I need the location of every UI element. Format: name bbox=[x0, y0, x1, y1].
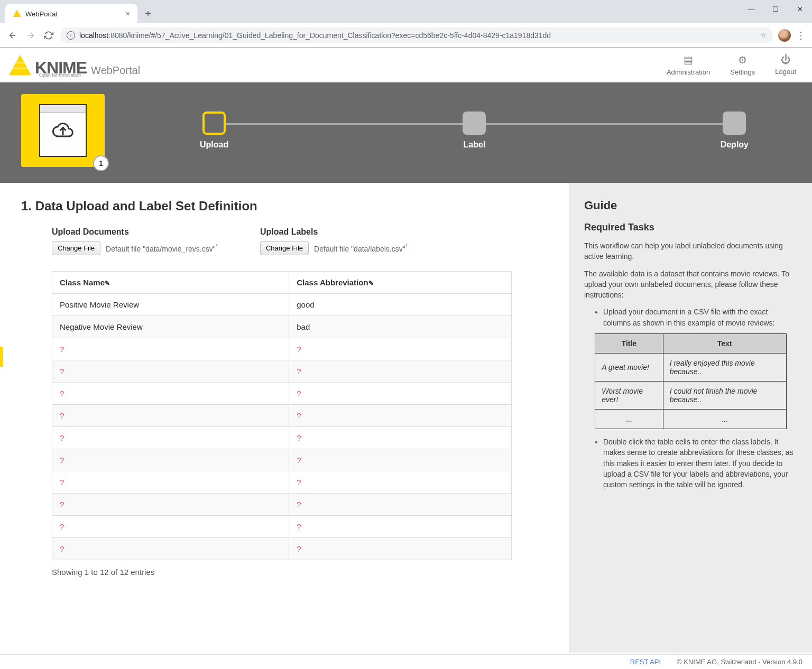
example-title-cell: ... bbox=[595, 410, 663, 429]
settings-label: Settings bbox=[730, 68, 755, 76]
guide-paragraph-1: This workflow can help you label unlabel… bbox=[584, 240, 797, 262]
example-text-cell: ... bbox=[663, 410, 786, 429]
knime-logo[interactable]: Open for Innovation KNIME WebPortal bbox=[7, 52, 140, 78]
upload-labels-change-file-button[interactable]: Change File bbox=[260, 241, 309, 255]
table-row[interactable]: ?? bbox=[52, 405, 512, 427]
url-bar[interactable]: i localhost:8080/knime/#/57_Active_Learn… bbox=[60, 27, 773, 43]
class-name-cell[interactable]: ? bbox=[52, 383, 289, 405]
stepper-bar: 1 Upload Label Deploy bbox=[0, 82, 812, 183]
table-row[interactable]: ?? bbox=[52, 494, 512, 516]
class-abbrev-cell[interactable]: ? bbox=[289, 360, 512, 383]
guide-subtitle: Required Tasks bbox=[584, 222, 797, 233]
class-name-cell[interactable]: ? bbox=[52, 338, 289, 360]
class-name-cell[interactable]: ? bbox=[52, 427, 289, 449]
example-row: ...... bbox=[595, 410, 787, 429]
site-info-icon[interactable]: i bbox=[67, 31, 75, 40]
table-row[interactable]: Negative Movie Reviewbad bbox=[52, 316, 512, 338]
upload-labels-default-file: Default file "data/labels.csv"* bbox=[314, 243, 408, 253]
bookmark-star-icon[interactable]: ☆ bbox=[760, 31, 767, 39]
example-table: Title Text A great movie!I really enjoye… bbox=[595, 333, 787, 429]
tab-title: WebPortal bbox=[25, 10, 57, 18]
window-minimize-button[interactable]: — bbox=[739, 1, 763, 17]
browser-chrome: WebPortal × + — ☐ ✕ i localhost:8080/kni… bbox=[0, 0, 812, 48]
class-name-header[interactable]: Class Name✎ bbox=[52, 272, 289, 294]
class-abbrev-cell[interactable]: ? bbox=[289, 427, 512, 449]
class-name-cell[interactable]: ? bbox=[52, 405, 289, 427]
table-row[interactable]: ?? bbox=[52, 471, 512, 494]
reload-button[interactable] bbox=[42, 29, 55, 42]
guide-list-item-1: Upload your document in a CSV file with … bbox=[603, 306, 797, 328]
class-name-cell[interactable]: ? bbox=[52, 471, 289, 494]
tab-close-icon[interactable]: × bbox=[126, 10, 130, 18]
class-abbrev-cell[interactable]: good bbox=[289, 294, 512, 316]
administration-icon: ▤ bbox=[684, 54, 693, 66]
table-row[interactable]: ?? bbox=[52, 338, 512, 360]
svg-marker-0 bbox=[13, 10, 20, 16]
rest-api-link[interactable]: REST API bbox=[630, 658, 661, 666]
example-row: A great movie!I really enjoyed this movi… bbox=[595, 354, 787, 382]
knime-logo-icon bbox=[7, 52, 33, 78]
logout-link[interactable]: ⏻ Logout bbox=[775, 54, 796, 76]
example-header-text: Text bbox=[663, 334, 786, 354]
table-row[interactable]: Positive Movie Reviewgood bbox=[52, 294, 512, 316]
upload-cloud-icon bbox=[51, 119, 75, 142]
class-name-cell[interactable]: ? bbox=[52, 516, 289, 538]
table-row[interactable]: ?? bbox=[52, 449, 512, 471]
class-name-cell[interactable]: ? bbox=[52, 360, 289, 383]
edit-icon: ✎ bbox=[368, 280, 374, 287]
class-abbrev-cell[interactable]: ? bbox=[289, 383, 512, 405]
step-deploy-box bbox=[723, 111, 746, 135]
step-upload[interactable]: Upload bbox=[200, 111, 228, 150]
workflow-step-badge: 1 bbox=[93, 155, 109, 171]
window-controls: — ☐ ✕ bbox=[739, 1, 812, 17]
step-upload-label: Upload bbox=[200, 140, 228, 150]
class-abbrev-header[interactable]: Class Abbreviation✎ bbox=[289, 272, 512, 294]
table-row[interactable]: ?? bbox=[52, 538, 512, 560]
class-abbrev-cell[interactable]: bad bbox=[289, 316, 512, 338]
class-abbrev-cell[interactable]: ? bbox=[289, 516, 512, 538]
profile-avatar[interactable] bbox=[778, 29, 791, 42]
class-table: Class Name✎ Class Abbreviation✎ Positive… bbox=[52, 271, 512, 560]
class-abbrev-cell[interactable]: ? bbox=[289, 449, 512, 471]
back-button[interactable] bbox=[6, 29, 19, 42]
class-abbrev-cell[interactable]: ? bbox=[289, 494, 512, 516]
upload-documents-change-file-button[interactable]: Change File bbox=[52, 241, 100, 255]
class-name-cell[interactable]: Positive Movie Review bbox=[52, 294, 289, 316]
logout-label: Logout bbox=[775, 68, 796, 76]
window-maximize-button[interactable]: ☐ bbox=[763, 1, 788, 17]
knime-favicon-icon bbox=[13, 10, 21, 18]
window-close-button[interactable]: ✕ bbox=[788, 1, 812, 17]
new-tab-button[interactable]: + bbox=[141, 6, 155, 21]
class-abbrev-cell[interactable]: ? bbox=[289, 405, 512, 427]
step-label[interactable]: Label bbox=[463, 111, 486, 150]
workflow-thumbnail[interactable]: 1 bbox=[21, 94, 105, 167]
settings-link[interactable]: ⚙ Settings bbox=[730, 54, 755, 76]
class-abbrev-cell[interactable]: ? bbox=[289, 538, 512, 560]
browser-tab[interactable]: WebPortal × bbox=[5, 4, 137, 23]
class-name-cell[interactable]: ? bbox=[52, 449, 289, 471]
example-row: Worst movie ever!I could not finish the … bbox=[595, 382, 787, 410]
class-name-cell[interactable]: ? bbox=[52, 538, 289, 560]
class-abbrev-cell[interactable]: ? bbox=[289, 338, 512, 360]
chrome-menu-icon[interactable]: ⋮ bbox=[796, 30, 806, 41]
table-row[interactable]: ?? bbox=[52, 383, 512, 405]
guide-title: Guide bbox=[584, 199, 797, 212]
tab-bar: WebPortal × + — ☐ ✕ bbox=[0, 0, 812, 23]
upload-documents-block: Upload Documents Change File Default fil… bbox=[52, 227, 218, 255]
guide-list-item-2: Double click the table cells to enter th… bbox=[603, 436, 797, 490]
guide-paragraph-2: The available data is a dataset that con… bbox=[584, 268, 797, 301]
example-text-cell: I really enjoyed this movie because.. bbox=[663, 354, 786, 382]
table-row[interactable]: ?? bbox=[52, 516, 512, 538]
administration-label: Administration bbox=[667, 68, 710, 76]
class-abbrev-cell[interactable]: ? bbox=[289, 471, 512, 494]
step-label-box bbox=[463, 111, 486, 135]
upload-documents-heading: Upload Documents bbox=[52, 227, 218, 237]
class-name-cell[interactable]: ? bbox=[52, 494, 289, 516]
table-row[interactable]: ?? bbox=[52, 360, 512, 383]
upload-labels-block: Upload Labels Change File Default file "… bbox=[260, 227, 408, 255]
table-row[interactable]: ?? bbox=[52, 427, 512, 449]
step-deploy[interactable]: Deploy bbox=[721, 111, 749, 150]
forward-button[interactable] bbox=[24, 29, 37, 42]
class-name-cell[interactable]: Negative Movie Review bbox=[52, 316, 289, 338]
administration-link[interactable]: ▤ Administration bbox=[667, 54, 710, 76]
